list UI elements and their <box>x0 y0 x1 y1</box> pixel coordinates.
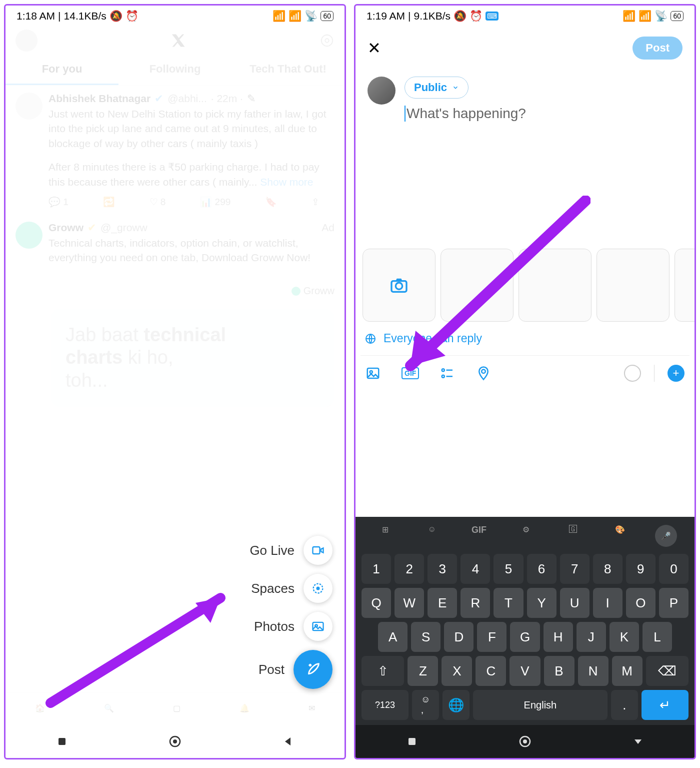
key-l[interactable]: L <box>642 622 672 652</box>
key-1[interactable]: 1 <box>362 554 391 584</box>
tab-for-you[interactable]: For you <box>6 55 118 85</box>
media-strip <box>356 249 694 322</box>
kb-gif-icon[interactable]: GIF <box>467 525 491 547</box>
key-9[interactable]: 9 <box>626 554 656 584</box>
key-s[interactable]: S <box>411 622 440 652</box>
bell-icon[interactable]: 🔔 <box>240 703 250 713</box>
key-w[interactable]: W <box>394 588 424 618</box>
key-6[interactable]: 6 <box>527 554 556 584</box>
key-period[interactable]: . <box>611 690 638 720</box>
tweet-ad[interactable]: Groww ✔ @_groww Ad Technical charts, ind… <box>6 215 344 304</box>
key-c[interactable]: C <box>476 656 506 686</box>
image-icon[interactable] <box>366 366 380 381</box>
kb-theme-icon[interactable]: 🎨 <box>608 525 632 547</box>
nav-recents-icon[interactable] <box>56 735 68 747</box>
key-i[interactable]: I <box>593 588 622 618</box>
key-r[interactable]: R <box>460 588 490 618</box>
key-2[interactable]: 2 <box>394 554 424 584</box>
key-7[interactable]: 7 <box>560 554 590 584</box>
reply-settings[interactable]: Everyone can reply <box>356 322 694 355</box>
kb-translate-icon[interactable]: 🄶 <box>561 525 585 547</box>
key-x[interactable]: X <box>442 656 472 686</box>
kb-menu-icon[interactable]: ⊞ <box>373 525 397 547</box>
post-button[interactable]: Post <box>632 37 682 60</box>
spaces-button[interactable] <box>304 574 332 603</box>
key-3[interactable]: 3 <box>428 554 457 584</box>
key-e[interactable]: E <box>428 588 457 618</box>
camera-button[interactable] <box>362 249 436 322</box>
key-o[interactable]: O <box>626 588 656 618</box>
key-shift[interactable]: ⇧ <box>362 656 404 686</box>
nav-home-icon[interactable] <box>168 735 182 748</box>
like-icon[interactable]: ♡ 8 <box>150 196 166 208</box>
settings-icon[interactable] <box>320 33 334 48</box>
key-t[interactable]: T <box>494 588 523 618</box>
tweet[interactable]: Abhishek Bhatnagar ✔ @abhi... · 22m · ✎ … <box>6 86 344 215</box>
key-z[interactable]: Z <box>408 656 438 686</box>
compose-input[interactable]: What's happening? <box>404 106 526 122</box>
mail-icon[interactable]: ✉ <box>308 703 315 713</box>
tweet-avatar[interactable] <box>16 93 42 120</box>
tab-following[interactable]: Following <box>118 55 232 85</box>
tweet-avatar[interactable] <box>16 222 42 249</box>
gif-icon[interactable]: GIF <box>402 367 419 379</box>
gallery-thumb[interactable] <box>674 249 694 322</box>
promo-card[interactable]: Jab baat technical charts ki ho, toh... <box>50 309 334 407</box>
key-space[interactable]: English <box>473 690 608 720</box>
key-b[interactable]: B <box>544 656 574 686</box>
nav-keyboard-down-icon[interactable] <box>632 735 644 747</box>
compose-fab[interactable] <box>294 650 332 689</box>
search-icon[interactable]: 🔍 <box>104 703 114 713</box>
key-emoji[interactable]: ☺, <box>412 690 439 720</box>
add-thread-button[interactable]: + <box>668 365 684 382</box>
tab-tech[interactable]: Tech That Out! <box>232 55 344 85</box>
golive-button[interactable] <box>304 536 332 565</box>
gallery-thumb[interactable] <box>518 249 592 322</box>
key-a[interactable]: A <box>378 622 408 652</box>
key-n[interactable]: N <box>578 656 608 686</box>
gallery-thumb[interactable] <box>596 249 670 322</box>
nav-back-icon[interactable] <box>282 735 294 747</box>
key-8[interactable]: 8 <box>593 554 622 584</box>
key-y[interactable]: Y <box>527 588 556 618</box>
poll-icon[interactable] <box>440 366 455 381</box>
audience-selector[interactable]: Public <box>404 77 468 99</box>
profile-avatar[interactable] <box>16 30 38 52</box>
key-lang[interactable]: 🌐 <box>442 690 470 720</box>
key-0[interactable]: 0 <box>659 554 688 584</box>
kb-sticker-icon[interactable]: ☺ <box>420 525 444 547</box>
key-m[interactable]: M <box>612 656 642 686</box>
kb-mic-icon[interactable]: 🎤 <box>655 525 677 547</box>
key-p[interactable]: P <box>659 588 688 618</box>
nav-recents-icon[interactable] <box>406 735 418 747</box>
key-j[interactable]: J <box>576 622 606 652</box>
key-5[interactable]: 5 <box>494 554 523 584</box>
key-4[interactable]: 4 <box>460 554 490 584</box>
gallery-thumb[interactable] <box>440 249 514 322</box>
photos-button[interactable] <box>304 612 332 641</box>
key-enter[interactable]: ↵ <box>642 690 688 720</box>
bookmark-icon[interactable]: 🔖 <box>265 196 277 208</box>
key-d[interactable]: D <box>444 622 474 652</box>
key-v[interactable]: V <box>510 656 540 686</box>
close-button[interactable]: ✕ <box>368 39 381 58</box>
key-u[interactable]: U <box>560 588 590 618</box>
grok-icon[interactable]: ▢ <box>173 703 180 713</box>
key-symbols[interactable]: ?123 <box>362 690 408 720</box>
key-h[interactable]: H <box>544 622 573 652</box>
key-backspace[interactable]: ⌫ <box>646 656 688 686</box>
compose-avatar[interactable] <box>368 77 396 105</box>
reply-icon[interactable]: 💬 1 <box>48 196 68 208</box>
key-q[interactable]: Q <box>362 588 391 618</box>
location-icon[interactable] <box>476 366 491 381</box>
key-k[interactable]: K <box>610 622 639 652</box>
key-g[interactable]: G <box>510 622 540 652</box>
nav-home-icon[interactable] <box>518 735 532 748</box>
kb-settings-icon[interactable]: ⚙ <box>514 525 538 547</box>
views-icon[interactable]: 📊 299 <box>200 196 230 208</box>
key-f[interactable]: F <box>477 622 506 652</box>
share-icon[interactable]: ⇪ <box>312 196 320 208</box>
home-icon[interactable]: 🏠 <box>35 703 45 713</box>
show-more-link[interactable]: Show more <box>260 176 313 188</box>
retweet-icon[interactable]: 🔁 <box>103 196 115 208</box>
